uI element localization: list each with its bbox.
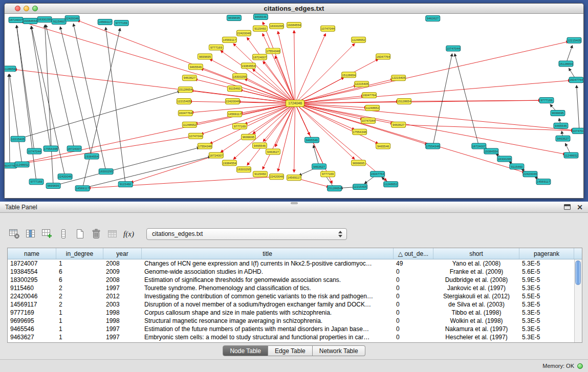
graph-node[interactable]: 9463627: [391, 122, 406, 127]
graph-node[interactable]: 17554348: [43, 146, 58, 151]
graph-edge[interactable]: [295, 103, 574, 130]
panel-divider-handle[interactable]: [291, 202, 298, 204]
graph-edge[interactable]: [106, 28, 126, 184]
graph-node[interactable]: 9777169: [539, 98, 554, 103]
table-row[interactable]: 1830029562008Estimation of significance …: [8, 276, 574, 284]
function-builder-button[interactable]: f(x): [122, 227, 136, 241]
graph-node[interactable]: 15128654: [328, 186, 342, 191]
graph-node[interactable]: 12215405: [567, 37, 581, 43]
graph-node[interactable]: 18300295: [236, 167, 251, 172]
table-row[interactable]: 946362711997Embryonic stem cells: a mode…: [8, 333, 574, 341]
graph-node[interactable]: 15128654: [397, 99, 411, 104]
graph-node[interactable]: 9115460: [253, 171, 267, 177]
graph-node[interactable]: 11248652: [15, 162, 29, 167]
graph-node[interactable]: 14569117: [287, 175, 301, 181]
graph-node[interactable]: 11248652: [182, 122, 197, 127]
column-header-pagerank[interactable]: pagerank: [519, 248, 574, 259]
table-row[interactable]: 911546021997Tourette syndrome. Phenomeno…: [8, 284, 574, 292]
graph-node[interactable]: 11248652: [384, 182, 398, 187]
graph-node[interactable]: 10747044: [361, 118, 376, 123]
graph-edge[interactable]: [234, 103, 295, 159]
add-column-button[interactable]: [40, 227, 54, 241]
graph-node[interactable]: 12215405: [353, 184, 367, 190]
graph-node[interactable]: 22420046: [523, 171, 537, 177]
graph-node[interactable]: 18300295: [269, 23, 284, 29]
graph-node[interactable]: 22420046: [236, 30, 251, 36]
graph-node[interactable]: 16047764: [371, 171, 385, 177]
graph-edge[interactable]: [201, 103, 295, 134]
table-row[interactable]: 1872400712008Changes of HCN gene express…: [8, 259, 574, 268]
graph-node[interactable]: 9465546: [376, 143, 390, 149]
graph-node[interactable]: 9463627: [312, 164, 326, 169]
graph-node[interactable]: 16047764: [362, 93, 377, 98]
graph-edge[interactable]: [18, 91, 180, 139]
graph-node[interactable]: 14569117: [98, 19, 112, 25]
graph-node[interactable]: 22420046: [269, 174, 284, 180]
graph-node[interactable]: 12215405: [355, 81, 369, 87]
graph-node[interactable]: 14569117: [75, 186, 90, 191]
graph-node[interactable]: 9463627: [266, 149, 280, 155]
graph-node[interactable]: 17554348: [426, 143, 440, 149]
graph-node[interactable]: 11248652: [365, 105, 380, 111]
table-row[interactable]: 2242004622012Investigating the contribut…: [8, 292, 574, 300]
graph-node[interactable]: 9115460: [510, 164, 524, 169]
table-row[interactable]: 946554611997Estimation of the future num…: [8, 325, 574, 333]
graph-node[interactable]: 12215405: [391, 75, 406, 81]
graph-node[interactable]: 9699695: [227, 15, 241, 20]
graph-edge[interactable]: [9, 74, 10, 165]
graph-edge[interactable]: [82, 29, 120, 189]
network-window-titlebar[interactable]: citations_edges.txt: [5, 4, 583, 14]
new-table-button[interactable]: [73, 227, 86, 241]
graph-node[interactable]: 11248652: [352, 37, 366, 42]
graph-node[interactable]: 9699695: [46, 183, 60, 189]
graph-node[interactable]: 9699695: [198, 54, 212, 59]
graph-edge[interactable]: [295, 80, 571, 103]
graph-node[interactable]: 12215405: [177, 99, 191, 104]
tab-node-table[interactable]: Node Table: [223, 345, 268, 356]
column-header-short[interactable]: short: [433, 248, 519, 259]
graph-node[interactable]: 9777169: [321, 171, 335, 177]
graph-node[interactable]: 19384554: [222, 160, 236, 166]
graph-edge[interactable]: [60, 27, 92, 157]
column-header-in_degree[interactable]: in_degree: [56, 248, 103, 259]
graph-node[interactable]: 9777169: [29, 179, 43, 185]
graph-edge[interactable]: [245, 79, 295, 103]
graph-node[interactable]: 11248652: [564, 152, 578, 158]
graph-node[interactable]: 10747044: [321, 26, 335, 31]
graph-edge[interactable]: [295, 103, 525, 172]
graph-node[interactable]: 9777169: [114, 20, 128, 26]
graph-node[interactable]: 9699695: [551, 110, 565, 116]
graph-edge[interactable]: [295, 79, 393, 103]
graph-node[interactable]: 18724007: [472, 143, 486, 149]
graph-edge[interactable]: [16, 26, 36, 182]
graph-node[interactable]: 9699695: [352, 160, 366, 166]
graph-node[interactable]: 19384554: [84, 154, 99, 159]
graph-node[interactable]: 10747044: [572, 128, 583, 134]
graph-edge[interactable]: [131, 155, 216, 182]
graph-node[interactable]: 9777169: [232, 123, 247, 129]
graph-node[interactable]: 10747044: [27, 148, 41, 154]
graph-node[interactable]: 19384554: [241, 63, 255, 69]
graph-node[interactable]: 17554348: [353, 129, 367, 135]
tab-edge-table[interactable]: Edge Table: [268, 345, 313, 356]
graph-node[interactable]: 16047764: [178, 110, 192, 116]
close-panel-button[interactable]: ✕: [577, 204, 583, 211]
graph-edge[interactable]: [263, 22, 295, 103]
graph-edge[interactable]: [295, 103, 355, 159]
scrollbar-thumb[interactable]: [575, 260, 581, 285]
graph-node[interactable]: 9115460: [52, 18, 66, 24]
table-row[interactable]: 1938455462009Genome-wide association stu…: [8, 268, 574, 276]
graph-node[interactable]: 18300295: [99, 169, 113, 174]
graph-node[interactable]: 14569117: [222, 37, 236, 42]
column-header-year[interactable]: year: [103, 248, 142, 259]
column-header-out_de[interactable]: △ out_de...: [394, 248, 433, 259]
graph-node[interactable]: 15128654: [5, 66, 16, 72]
graph-node[interactable]: 10747044: [446, 46, 461, 51]
graph-node[interactable]: 18300295: [232, 74, 247, 79]
graph-node[interactable]: 15128654: [342, 72, 356, 78]
graph-node[interactable]: 9465546: [252, 143, 267, 148]
graph-node[interactable]: 18724007: [9, 17, 23, 23]
graph-node[interactable]: 1724046: [286, 100, 304, 107]
graph-node[interactable]: 16047764: [569, 77, 583, 83]
graph-edge[interactable]: [294, 103, 295, 172]
